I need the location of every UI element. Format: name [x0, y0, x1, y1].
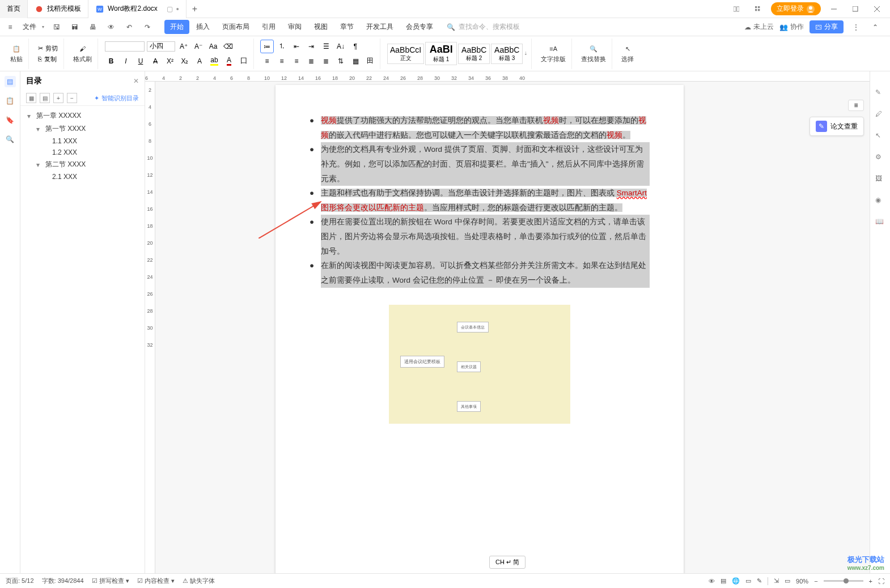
file-menu[interactable]: 文件: [18, 22, 41, 32]
decrease-indent-button[interactable]: ⇤: [290, 40, 303, 53]
zoom-out-button[interactable]: ▭: [785, 577, 790, 585]
tab-view[interactable]: 视图: [308, 20, 333, 34]
pen-icon[interactable]: 🖊: [875, 110, 885, 120]
show-marks-icon[interactable]: ¶: [349, 40, 362, 53]
numbering-button[interactable]: ⒈: [276, 40, 288, 53]
toc-item[interactable]: 2.1 XXX: [23, 171, 142, 182]
bullets-button[interactable]: ≔: [261, 40, 273, 53]
document-body[interactable]: ●视频提供了功能强大的方法帮助您证明您的观点。当您单击联机视频时，可以在想要添加…: [310, 113, 650, 424]
subscript-button[interactable]: X₂: [179, 55, 191, 67]
change-case-icon[interactable]: Aa: [207, 40, 219, 53]
outline-icon[interactable]: ▤: [5, 76, 16, 87]
strike-button[interactable]: A̶: [149, 55, 162, 67]
grid-icon[interactable]: [749, 1, 766, 18]
toc-item[interactable]: 1.2 XXX: [23, 147, 142, 158]
annotate-icon[interactable]: ✎: [757, 577, 762, 585]
copy-button[interactable]: ⎘复制: [36, 54, 59, 64]
nav-tool-2[interactable]: ▤: [40, 93, 50, 103]
login-button[interactable]: 立即登录: [771, 2, 821, 15]
embedded-image[interactable]: 通用会议纪要模板 会议基本信息 相关议题 其他事项: [389, 305, 570, 424]
command-search[interactable]: 🔍 查找命令、搜索模板: [447, 22, 520, 32]
style-heading1[interactable]: AaBl标题 1: [425, 42, 457, 65]
zoom-plus[interactable]: +: [869, 578, 872, 585]
find-replace-button[interactable]: 🔍 查找替换: [579, 42, 608, 65]
cloud-status[interactable]: ☁ 未上云: [744, 22, 774, 32]
align-center-button[interactable]: ≡: [276, 55, 288, 67]
tab-devtools[interactable]: 开发工具: [361, 20, 399, 34]
menu-icon[interactable]: ≡: [3, 20, 17, 34]
toc-item[interactable]: ▾第一节 XXXX: [23, 122, 142, 135]
zoom-level[interactable]: 90%: [796, 578, 808, 585]
align-justify-button[interactable]: ≣: [305, 55, 317, 67]
nav-tool-1[interactable]: ▦: [26, 93, 36, 103]
line-spacing-button[interactable]: ⇅: [334, 55, 347, 67]
tab-review[interactable]: 审阅: [282, 20, 307, 34]
chevron-down-icon[interactable]: ▾: [42, 24, 44, 29]
sort-icon[interactable]: A↓: [334, 40, 347, 53]
select-button[interactable]: ↖ 选择: [619, 42, 636, 65]
document-page[interactable]: ●视频提供了功能强大的方法帮助您证明您的观点。当您单击联机视频时，可以在想要添加…: [276, 85, 684, 573]
content-check-toggle[interactable]: ☑ 内容检查 ▾: [137, 577, 175, 585]
tab-vip[interactable]: 会员专享: [400, 20, 439, 34]
toc-item[interactable]: 1.1 XXX: [23, 135, 142, 147]
increase-indent-button[interactable]: ⇥: [305, 40, 317, 53]
fit-icon[interactable]: ⇲: [774, 577, 779, 585]
image-icon[interactable]: 🖼: [875, 174, 885, 185]
view-web-icon[interactable]: 🌐: [732, 577, 740, 585]
text-direction-icon[interactable]: ☰: [320, 40, 332, 53]
italic-button[interactable]: I: [120, 55, 132, 67]
thesis-check-button[interactable]: ✎ 论文查重: [810, 117, 864, 136]
view-page-icon[interactable]: ▤: [721, 577, 726, 585]
close-icon[interactable]: ✕: [133, 77, 139, 85]
toc-item[interactable]: ▾第一章 XXXXX: [23, 109, 142, 122]
fullscreen-icon[interactable]: ⛶: [878, 578, 884, 585]
more-icon[interactable]: ⋮: [849, 20, 863, 34]
superscript-button[interactable]: X²: [164, 55, 176, 67]
smart-toc-button[interactable]: ✦ 智能识别目录: [94, 94, 139, 103]
zoom-slider[interactable]: [824, 580, 863, 582]
layout-icon[interactable]: [728, 1, 745, 18]
style-heading3[interactable]: AaBbC标题 3: [491, 44, 523, 64]
new-tab-button[interactable]: +: [187, 4, 203, 14]
spell-check-toggle[interactable]: ☑ 拼写检查 ▾: [92, 577, 129, 585]
tab-document[interactable]: W Word教程2.docx ▢ •: [88, 0, 187, 18]
clear-format-icon[interactable]: ⌫: [222, 40, 234, 53]
document-canvas[interactable]: 642246810121416182022242628303234363840 …: [145, 71, 870, 573]
save-as-icon[interactable]: 🖬: [68, 20, 82, 34]
share-button[interactable]: ⮹ 分享: [810, 20, 844, 33]
search-panel-icon[interactable]: 🔍: [5, 134, 16, 145]
missing-font[interactable]: ⚠ 缺失字体: [183, 577, 215, 585]
nav-tool-remove[interactable]: −: [67, 93, 77, 103]
tab-chapter[interactable]: 章节: [334, 20, 359, 34]
view-outline-icon[interactable]: ▭: [745, 577, 751, 585]
decrease-font-icon[interactable]: A⁻: [192, 40, 205, 53]
toc-item[interactable]: ▾第二节 XXXX: [23, 158, 142, 171]
tab-references[interactable]: 引用: [256, 20, 281, 34]
minimize-button[interactable]: [825, 1, 842, 18]
redo-icon[interactable]: ↷: [141, 20, 154, 34]
float-collapse[interactable]: ≡: [848, 100, 864, 111]
collapse-ribbon-icon[interactable]: ⌃: [868, 20, 882, 34]
text-effects-icon[interactable]: A: [193, 55, 206, 67]
close-icon[interactable]: •: [176, 5, 179, 14]
borders-button[interactable]: 田: [364, 55, 376, 67]
select-tool-icon[interactable]: ↖: [875, 131, 885, 142]
page-indicator[interactable]: 页面: 5/12: [6, 577, 34, 585]
maximize-button[interactable]: [847, 1, 864, 18]
highlight-button[interactable]: ab: [208, 55, 221, 67]
tab-menu-icon[interactable]: ▢: [167, 5, 173, 13]
underline-button[interactable]: U: [134, 55, 147, 67]
save-icon[interactable]: 🖫: [50, 20, 63, 34]
font-name-select[interactable]: [105, 41, 145, 52]
font-size-select[interactable]: [147, 41, 175, 52]
align-right-button[interactable]: ≡: [290, 55, 303, 67]
print-preview-icon[interactable]: 👁: [104, 20, 118, 34]
tab-layout[interactable]: 页面布局: [217, 20, 255, 34]
print-icon[interactable]: 🖶: [86, 20, 100, 34]
horizontal-ruler[interactable]: 642246810121416182022242628303234363840: [145, 71, 870, 82]
style-icon[interactable]: ✎: [875, 88, 885, 99]
char-shading-icon[interactable]: 囗: [238, 55, 250, 67]
format-painter-button[interactable]: 🖌 格式刷: [71, 42, 94, 65]
style-normal[interactable]: AaBbCcI正文: [387, 44, 424, 64]
increase-font-icon[interactable]: A⁺: [177, 40, 190, 53]
